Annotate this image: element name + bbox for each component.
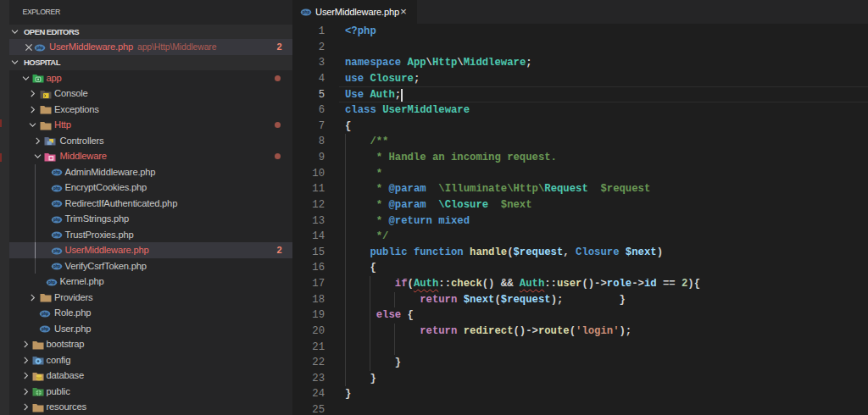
svg-text:php: php — [42, 312, 48, 316]
svg-text:php: php — [36, 46, 43, 50]
svg-text:php: php — [303, 10, 310, 14]
svg-text:php: php — [53, 249, 60, 253]
svg-text:php: php — [53, 233, 60, 237]
svg-text:php: php — [53, 264, 60, 268]
svg-text:php: php — [53, 186, 60, 191]
svg-text:php: php — [42, 327, 48, 331]
svg-text:php: php — [53, 218, 60, 222]
svg-text:php: php — [53, 170, 60, 174]
svg-text:php: php — [53, 202, 60, 206]
svg-text:php: php — [48, 280, 55, 285]
